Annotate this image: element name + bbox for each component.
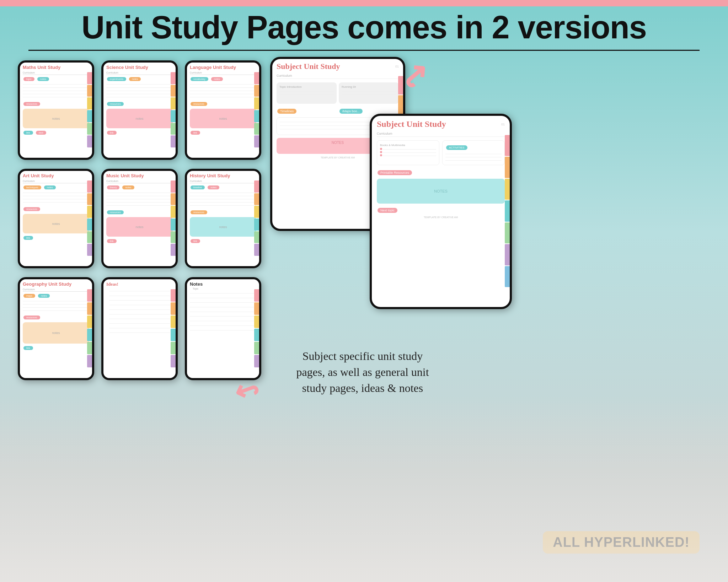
- version2-tablet: Subject Unit Study 01 Curriculum Books &…: [370, 114, 512, 309]
- a-pill3: resources: [23, 207, 40, 211]
- description-text: Subject specific unit study pages, as we…: [288, 348, 437, 396]
- tablet-geography: Geography Unit Study Curriculum maps not…: [18, 277, 94, 380]
- art-title: Art Unit Study: [20, 171, 92, 179]
- l-pill4: link: [191, 131, 200, 135]
- language-notes: notes: [190, 109, 256, 128]
- ideas-title: Ideas!: [103, 279, 176, 288]
- g-pill3: resources: [23, 316, 40, 319]
- geography-notes: notes: [23, 322, 89, 344]
- h-pill2: notes: [208, 185, 219, 189]
- m-pill4: link: [107, 239, 117, 243]
- history-curriculum: Curriculum: [190, 180, 256, 183]
- g-pill1: maps: [23, 294, 35, 298]
- pill1: topic: [23, 77, 34, 81]
- science-tabs: [171, 72, 176, 148]
- v2-footer: TEMPLATE BY CREATIVE AM: [372, 215, 510, 220]
- art-notes: notes: [23, 214, 89, 233]
- v2-tabs: [505, 135, 510, 288]
- v2-title: Subject Unit Study: [377, 119, 446, 129]
- marble-overlay: [0, 397, 728, 582]
- tablet-art: Art Unit Study Curriculum techniques not…: [18, 169, 94, 268]
- v1-pill1: Timelines: [277, 109, 296, 114]
- tablet-history: History Unit Study Curriculum timeline n…: [185, 169, 261, 268]
- music-notes: notes: [106, 217, 173, 237]
- v2-notes: NOTES: [377, 179, 505, 204]
- geography-title: Geography Unit Study: [20, 279, 92, 287]
- tablet-music: Music Unit Study Curriculum theory notes…: [101, 169, 178, 268]
- tablet-science: Science Unit Study Curriculum experiment…: [101, 60, 178, 160]
- tablet-ideas: Ideas!: [101, 277, 178, 380]
- pill2: notes: [37, 77, 49, 81]
- s-pill2: notes: [129, 77, 141, 81]
- maths-curriculum: Curriculum: [23, 71, 89, 75]
- a-pill1: techniques: [23, 185, 41, 189]
- h-pill4: link: [191, 239, 200, 243]
- art-curriculum: Curriculum: [23, 180, 89, 183]
- geography-tabs: [87, 289, 92, 368]
- l-pill1: vocabulary: [191, 77, 208, 81]
- s-pill4: link: [107, 131, 117, 135]
- m-pill1: theory: [107, 185, 119, 189]
- top-bar: [0, 0, 728, 6]
- v2-pill3: Next topic: [378, 208, 397, 213]
- v2-pill2: Printable Resources: [378, 170, 412, 175]
- tablet-maths: Maths Unit Study Curriculum topic notes …: [18, 60, 94, 160]
- hyperlink-badge: ALL HYPERLINKED!: [543, 531, 700, 554]
- v1-pill2: iMaps boo...: [339, 109, 363, 114]
- l-pill3: resources: [191, 102, 207, 106]
- science-title: Science Unit Study: [103, 63, 176, 71]
- h-pill1: timeline: [191, 185, 205, 189]
- m-pill3: resources: [107, 210, 124, 214]
- l-pill2: notes: [211, 77, 223, 81]
- pill3: resources: [23, 102, 40, 106]
- tablet-notes: Notes Topic: [185, 277, 261, 380]
- science-notes: notes: [106, 109, 173, 128]
- g-pill2: notes: [38, 294, 50, 298]
- v2-pill1: ACTIVITIES: [446, 145, 467, 150]
- music-tabs: [171, 180, 176, 257]
- language-title: Language Unit Study: [187, 63, 259, 71]
- history-notes: notes: [190, 217, 256, 237]
- v1-curriculum: Curriculum: [277, 74, 399, 79]
- language-tabs: [254, 72, 259, 148]
- tablet-language: Language Unit Study Curriculum vocabular…: [185, 60, 261, 160]
- notes-tabs: [254, 289, 259, 368]
- v2-page: 01: [501, 123, 505, 126]
- geography-curriculum: Curriculum: [23, 288, 89, 292]
- a-pill4: link: [23, 236, 33, 240]
- main-title: Unit Study Pages comes in 2 versions: [0, 10, 728, 45]
- s-pill1: experiments: [107, 77, 126, 81]
- music-curriculum: Curriculum: [106, 180, 173, 183]
- history-title: History Unit Study: [187, 171, 259, 179]
- language-curriculum: Curriculum: [190, 71, 256, 75]
- notes-page-title: Notes: [187, 279, 259, 287]
- v1-title: Subject Unit Study: [277, 62, 340, 71]
- pill5: next: [36, 131, 46, 135]
- notes-area: notes: [23, 109, 89, 128]
- science-curriculum: Curriculum: [106, 71, 173, 75]
- m-pill2: notes: [122, 185, 134, 189]
- v2-curriculum: Curriculum: [377, 132, 505, 137]
- maths-title: Maths Unit Study: [20, 63, 92, 71]
- title-underline: [28, 50, 700, 51]
- h-pill3: resources: [191, 210, 207, 214]
- maths-tabs: [87, 72, 92, 148]
- s-pill3: resources: [107, 102, 124, 106]
- a-pill2: notes: [44, 185, 56, 189]
- history-tabs: [254, 180, 259, 257]
- music-title: Music Unit Study: [103, 171, 176, 179]
- art-tabs: [87, 180, 92, 257]
- g-pill4: link: [23, 346, 33, 350]
- pill4: link: [23, 131, 33, 135]
- ideas-tabs: [171, 289, 176, 368]
